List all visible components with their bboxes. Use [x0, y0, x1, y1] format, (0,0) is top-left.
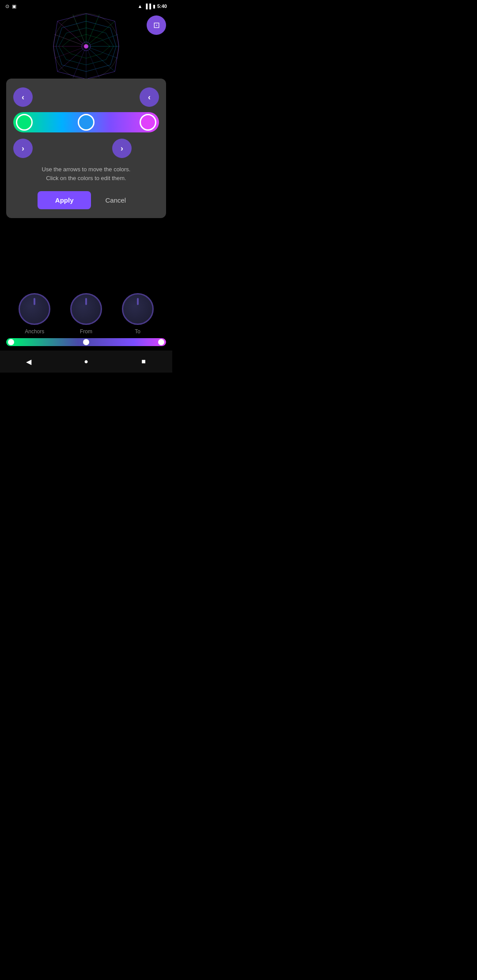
right-chevron-icon-1: › — [22, 144, 24, 153]
color-gradient-slider[interactable] — [13, 112, 159, 132]
arrow-right-1[interactable]: › — [13, 139, 33, 158]
knob-from-container: From — [70, 293, 102, 335]
instruction-line-2: Click on the colors to edit them. — [13, 174, 159, 183]
arrow-left-1[interactable]: ‹ — [13, 87, 33, 107]
bottom-thumb-2[interactable] — [83, 339, 89, 345]
recent-icon: ■ — [141, 358, 146, 366]
instruction-block: Use the arrows to move the colors. Click… — [13, 165, 159, 182]
apply-button[interactable]: Apply — [38, 191, 91, 209]
status-left: ⊙ ▣ — [5, 4, 16, 9]
knob-to[interactable] — [122, 293, 154, 325]
action-buttons-row: Apply Cancel — [13, 191, 159, 209]
svg-line-12 — [86, 46, 99, 78]
signal-icon: ▐▐ — [144, 4, 151, 9]
arrow-right-2[interactable]: › — [112, 139, 132, 158]
back-icon: ◀ — [26, 358, 31, 366]
right-chevron-icon-2: › — [121, 144, 123, 153]
knob-anchors-container: Anchors — [19, 293, 50, 335]
knob-to-label: To — [135, 328, 140, 335]
bottom-thumb-3[interactable] — [158, 339, 164, 345]
color-thumb-green[interactable] — [16, 114, 33, 131]
instruction-line-1: Use the arrows to move the colors. — [13, 165, 159, 174]
expand-button[interactable]: ⊡ — [147, 15, 166, 35]
svg-line-9 — [86, 15, 99, 46]
knob-anchors-label: Anchors — [25, 328, 44, 335]
expand-icon: ⊡ — [153, 20, 160, 30]
battery-icon: ▮ — [153, 4, 155, 9]
left-chevron-icon-1: ‹ — [22, 93, 24, 102]
arrow-left-2[interactable]: ‹ — [140, 87, 159, 107]
status-right: ▲ ▐▐ ▮ 5:40 — [137, 4, 167, 9]
modal-dialog: ‹ ‹ › › Use the arrows to move the color… — [6, 79, 166, 218]
status-icon-notification: ▣ — [12, 4, 16, 9]
home-icon: ● — [84, 358, 88, 366]
visualization-area — [0, 0, 172, 88]
bottom-arrows-row: › › — [13, 139, 159, 158]
wifi-icon: ▲ — [137, 4, 142, 9]
knob-anchors[interactable] — [19, 293, 50, 325]
status-icon-camera: ⊙ — [5, 4, 9, 9]
top-arrows-row: ‹ ‹ — [13, 87, 159, 107]
knob-to-container: To — [122, 293, 154, 335]
navigation-bar: ◀ ● ■ — [0, 351, 172, 373]
bottom-gradient-slider[interactable] — [6, 338, 166, 346]
svg-line-16 — [73, 15, 86, 46]
knob-from[interactable] — [70, 293, 102, 325]
left-chevron-icon-2: ‹ — [148, 93, 151, 102]
color-thumb-pink[interactable] — [140, 114, 156, 131]
svg-line-13 — [73, 46, 86, 78]
svg-point-17 — [84, 44, 88, 49]
nav-recent-button[interactable]: ■ — [134, 352, 153, 371]
nav-home-button[interactable]: ● — [76, 352, 96, 371]
cancel-button[interactable]: Cancel — [96, 191, 135, 209]
knob-from-label: From — [80, 328, 92, 335]
status-bar: ⊙ ▣ ▲ ▐▐ ▮ 5:40 — [0, 0, 172, 12]
knobs-row: Anchors From To — [0, 293, 172, 335]
nav-back-button[interactable]: ◀ — [19, 352, 38, 371]
status-time: 5:40 — [157, 4, 167, 9]
bottom-thumb-1[interactable] — [8, 339, 14, 345]
viz-svg — [46, 12, 126, 81]
color-thumb-blue[interactable] — [78, 114, 95, 131]
bottom-controls: Anchors From To — [0, 293, 172, 346]
